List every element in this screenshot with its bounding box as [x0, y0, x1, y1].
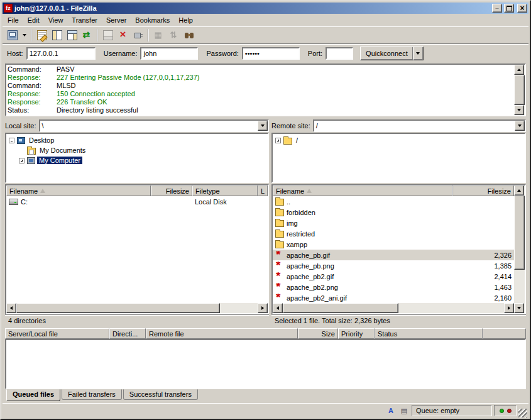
remote-file-row[interactable]: restricted [273, 228, 514, 239]
host-input[interactable] [26, 47, 96, 60]
column-header-filesize[interactable]: Filesize [452, 185, 514, 196]
message-log-icon [37, 30, 47, 40]
menu-file[interactable]: File [3, 15, 23, 25]
column-header-filename[interactable]: Filename [273, 185, 452, 196]
remote-file-row[interactable]: .. [273, 196, 514, 207]
remote-file-row[interactable]: forbidden [273, 207, 514, 218]
refresh-button[interactable] [80, 28, 94, 42]
local-tree-icon [52, 30, 62, 40]
column-header-filename[interactable]: Filename [6, 185, 151, 196]
scroll-up-button[interactable] [514, 65, 524, 75]
menu-transfer[interactable]: Transfer [67, 15, 102, 25]
menu-server[interactable]: Server [102, 15, 131, 25]
toggle-local-tree-button[interactable] [50, 28, 64, 42]
tab-failed-transfers[interactable]: Failed transfers [62, 389, 122, 400]
scroll-left-button[interactable] [273, 303, 283, 313]
combo-dropdown-button[interactable] [258, 121, 268, 131]
expand-icon[interactable] [275, 138, 281, 143]
close-button[interactable] [517, 4, 527, 13]
remote-site-combo[interactable]: / [313, 119, 526, 132]
column-header-filetype[interactable]: Filetype [192, 185, 258, 196]
remote-horizontal-scrollbar[interactable] [273, 303, 514, 313]
title-bar[interactable]: john@127.0.0.1 - FileZilla [3, 3, 528, 14]
quickconnect-dropdown-button[interactable] [413, 47, 424, 60]
username-label: Username: [104, 50, 138, 57]
menu-bookmarks[interactable]: Bookmarks [131, 15, 174, 25]
directory-comparison-button[interactable] [151, 28, 166, 42]
synchronized-browsing-button[interactable] [167, 28, 181, 42]
queue-list[interactable] [5, 339, 526, 389]
transfer-type-indicator-icon[interactable] [385, 406, 397, 416]
remote-directory-tree[interactable]: / [271, 133, 526, 183]
keyboard-indicator-icon[interactable] [398, 406, 410, 416]
message-log-lines[interactable]: Command:PASV Response:227 Entering Passi… [6, 65, 514, 115]
menu-view[interactable]: View [44, 15, 68, 25]
remote-file-row[interactable]: apache_pb2.png 1,463 [273, 282, 514, 292]
remote-file-row[interactable]: img [273, 218, 514, 228]
scroll-right-button[interactable] [504, 303, 514, 313]
disconnect-button[interactable] [131, 28, 145, 42]
column-header-status[interactable]: Status [375, 328, 483, 339]
scroll-right-button[interactable] [258, 303, 268, 313]
file-name: apache_pb2.gif [287, 273, 334, 280]
column-header-server-local-file[interactable]: Server/Local file [5, 328, 109, 339]
column-header-size[interactable]: Size [298, 328, 338, 339]
remote-file-row[interactable]: apache_pb.png 1,385 [273, 260, 514, 271]
tab-queued-files[interactable]: Queued files [6, 389, 60, 401]
username-input[interactable] [140, 47, 198, 60]
column-header-filesize[interactable]: Filesize [151, 185, 192, 196]
minimize-button[interactable] [492, 4, 502, 13]
scrollbar-thumb[interactable] [514, 75, 525, 105]
column-header-remote-file[interactable]: Remote file [146, 328, 298, 339]
port-label: Port: [308, 50, 322, 57]
local-site-combo[interactable]: \ [39, 119, 269, 132]
scrollbar-thumb[interactable] [16, 303, 220, 313]
tree-item-my-documents[interactable]: My Documents [6, 145, 268, 155]
app-icon [4, 4, 13, 13]
find-files-button[interactable] [182, 28, 196, 42]
collapse-icon[interactable] [9, 138, 14, 143]
maximize-button[interactable] [504, 4, 514, 13]
quickconnect-button[interactable]: Quickconnect [360, 47, 413, 60]
site-manager-dropdown-button[interactable] [20, 28, 28, 42]
local-horizontal-scrollbar[interactable] [6, 303, 268, 313]
log-scrollbar[interactable] [514, 65, 525, 115]
remote-file-row[interactable]: apache_pb2.gif 2,414 [273, 271, 514, 282]
column-header-priority[interactable]: Priority [338, 328, 375, 339]
scroll-down-button[interactable] [514, 303, 524, 313]
expand-icon[interactable] [19, 158, 25, 163]
tree-item-my-computer[interactable]: My Computer [6, 155, 268, 165]
toggle-message-log-button[interactable] [35, 28, 49, 42]
resize-grip[interactable] [518, 409, 527, 417]
combo-dropdown-button[interactable] [515, 121, 525, 131]
port-input[interactable] [326, 47, 353, 60]
toggle-remote-tree-button[interactable] [65, 28, 79, 42]
remote-file-row-selected[interactable]: apache_pb.gif 2,326 [273, 250, 514, 260]
menu-help[interactable]: Help [174, 15, 197, 25]
site-manager-button[interactable] [5, 28, 19, 42]
process-queue-button[interactable] [101, 28, 115, 42]
scroll-up-button[interactable] [514, 185, 524, 196]
tab-successful-transfers[interactable]: Successful transfers [123, 389, 198, 400]
scrollbar-thumb[interactable] [514, 196, 525, 270]
file-name: restricted [287, 230, 315, 238]
column-header-last-modified[interactable]: L [258, 185, 268, 196]
cancel-button[interactable] [116, 28, 130, 42]
arrow-up-icon [517, 189, 521, 192]
local-directory-tree[interactable]: Desktop My Documents My Computer [5, 133, 269, 183]
local-file-row[interactable]: C: Local Disk [6, 196, 268, 207]
drive-icon [9, 199, 18, 205]
password-input[interactable] [242, 47, 300, 60]
remote-vertical-scrollbar[interactable] [514, 185, 525, 313]
remote-file-rows[interactable]: .. forbidden img [273, 196, 514, 303]
scrollbar-thumb[interactable] [283, 303, 398, 313]
menu-edit[interactable]: Edit [23, 15, 44, 25]
column-header-direction[interactable]: Directi... [109, 328, 146, 339]
local-file-rows[interactable]: C: Local Disk [6, 196, 268, 303]
remote-file-row[interactable]: apache_pb2_ani.gif 2,160 [273, 292, 514, 303]
scroll-down-button[interactable] [514, 105, 524, 115]
remote-file-row[interactable]: xampp [273, 239, 514, 250]
scroll-left-button[interactable] [6, 303, 16, 313]
tree-item-root[interactable]: / [273, 135, 525, 145]
tree-item-desktop[interactable]: Desktop [6, 135, 268, 145]
